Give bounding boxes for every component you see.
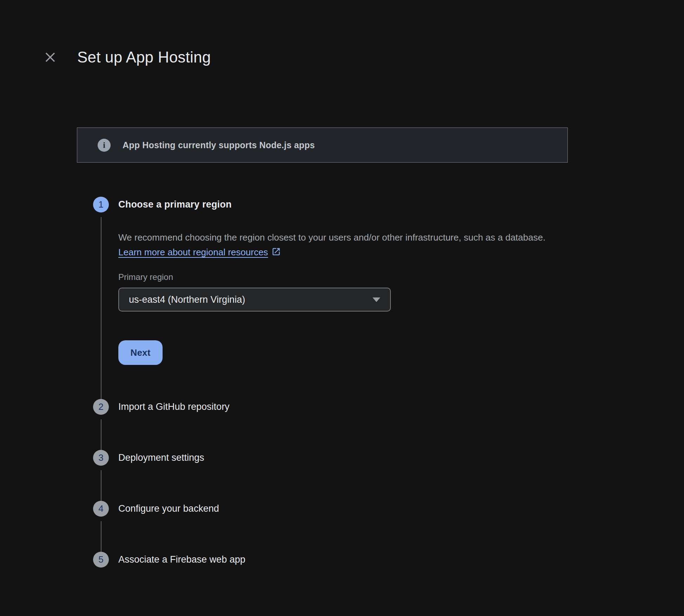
step-4-rail: 4 [93,501,109,552]
step-1-description: We recommend choosing the region closest… [118,230,554,261]
connector-line [101,217,101,399]
step-5-number-badge: 5 [93,552,109,568]
banner-message: App Hosting currently supports Node.js a… [123,140,315,150]
primary-region-select[interactable]: us-east4 (Northern Virginia) [118,288,391,312]
step-associate-firebase-web-app: 5 Associate a Firebase web app [93,552,684,568]
step-deployment-settings: 3 Deployment settings [93,450,684,501]
step-1-number-badge: 1 [93,197,109,212]
step-configure-your-backend: 4 Configure your backend [93,501,684,552]
dropdown-arrow-icon [373,297,380,302]
step-1-rail: 1 [93,197,109,399]
close-button[interactable] [44,51,57,64]
step-4-number-badge: 4 [93,501,109,517]
dialog-header: Set up App Hosting [44,46,684,69]
step-2-number-badge: 2 [93,399,109,415]
step-1-title: Choose a primary region [118,197,684,212]
step-4-title: Configure your backend [118,501,684,517]
step-3-title: Deployment settings [118,450,684,466]
step-1-content: Choose a primary region We recommend cho… [118,197,684,399]
step-3-number-badge: 3 [93,450,109,466]
setup-app-hosting-dialog: Set up App Hosting i App Hosting current… [0,46,684,568]
next-button[interactable]: Next [118,340,163,365]
connector-line [101,470,101,501]
step-import-github-repository: 2 Import a GitHub repository [93,399,684,450]
step-3-rail: 3 [93,450,109,501]
step-5-title: Associate a Firebase web app [118,552,684,568]
connector-line [101,521,101,552]
page-title: Set up App Hosting [77,48,211,66]
primary-region-label: Primary region [118,272,684,282]
step-choose-primary-region: 1 Choose a primary region We recommend c… [93,197,684,399]
step-2-title: Import a GitHub repository [118,399,684,415]
info-banner: i App Hosting currently supports Node.js… [77,127,568,163]
learn-more-link[interactable]: Learn more about regional resources [118,247,268,257]
setup-stepper: 1 Choose a primary region We recommend c… [93,197,684,568]
primary-region-value: us-east4 (Northern Virginia) [129,294,245,305]
info-icon: i [98,139,111,152]
description-text: We recommend choosing the region closest… [118,232,545,243]
external-link-icon [271,246,281,261]
connector-line [101,419,101,450]
step-2-rail: 2 [93,399,109,450]
step-5-rail: 5 [93,552,109,568]
close-icon [45,52,55,63]
